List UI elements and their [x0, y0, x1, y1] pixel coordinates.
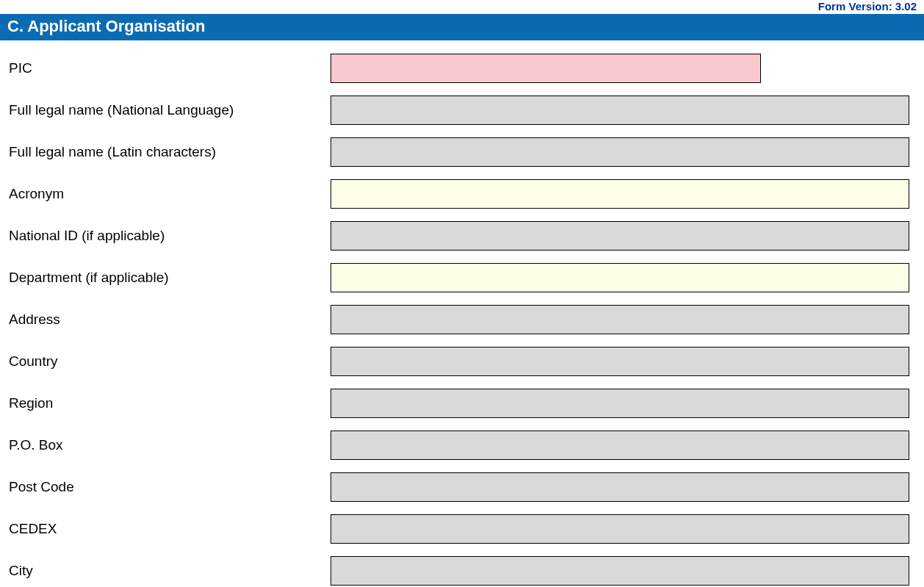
- form-row: Country: [7, 347, 917, 376]
- field-label: National ID (if applicable): [7, 228, 331, 244]
- field-input[interactable]: [331, 54, 761, 83]
- field-input[interactable]: [331, 96, 909, 125]
- field-input[interactable]: [331, 347, 909, 376]
- field-label: Department (if applicable): [7, 270, 331, 286]
- field-label: Country: [7, 353, 331, 370]
- form-row: City: [7, 556, 917, 586]
- field-label: Address: [7, 311, 331, 328]
- form-row: National ID (if applicable): [7, 221, 917, 251]
- form-row: CEDEX: [7, 514, 917, 544]
- field-input[interactable]: [331, 179, 909, 209]
- form-row: Acronym: [7, 179, 917, 209]
- form-version: Form Version: 3.02: [0, 0, 924, 14]
- form-row: P.O. Box: [7, 431, 917, 460]
- field-label: Post Code: [7, 479, 331, 495]
- form-row: Full legal name (National Language): [7, 96, 917, 125]
- field-label: CEDEX: [7, 521, 331, 537]
- field-input[interactable]: [331, 389, 909, 418]
- field-label: City: [7, 563, 331, 579]
- field-input[interactable]: [331, 305, 909, 334]
- field-label: Region: [7, 395, 331, 411]
- field-input[interactable]: [331, 514, 909, 544]
- form-row: Department (if applicable): [7, 263, 917, 292]
- field-label: P.O. Box: [7, 437, 331, 453]
- form-row: Full legal name (Latin characters): [7, 137, 917, 167]
- field-input[interactable]: [331, 137, 909, 167]
- field-label: PIC: [7, 60, 331, 76]
- field-input[interactable]: [331, 556, 909, 586]
- field-input[interactable]: [331, 221, 909, 251]
- form-row: Address: [7, 305, 917, 334]
- form-body: PICFull legal name (National Language)Fu…: [0, 40, 924, 586]
- form-row: PIC: [7, 54, 917, 83]
- form-row: Region: [7, 389, 917, 418]
- field-input[interactable]: [331, 431, 909, 460]
- form-row: Post Code: [7, 472, 917, 502]
- field-label: Full legal name (Latin characters): [7, 144, 331, 160]
- section-header-applicant-organisation: C. Applicant Organisation: [0, 14, 924, 40]
- field-input[interactable]: [331, 472, 909, 502]
- field-label: Acronym: [7, 186, 331, 202]
- field-input[interactable]: [331, 263, 909, 292]
- field-label: Full legal name (National Language): [7, 102, 331, 118]
